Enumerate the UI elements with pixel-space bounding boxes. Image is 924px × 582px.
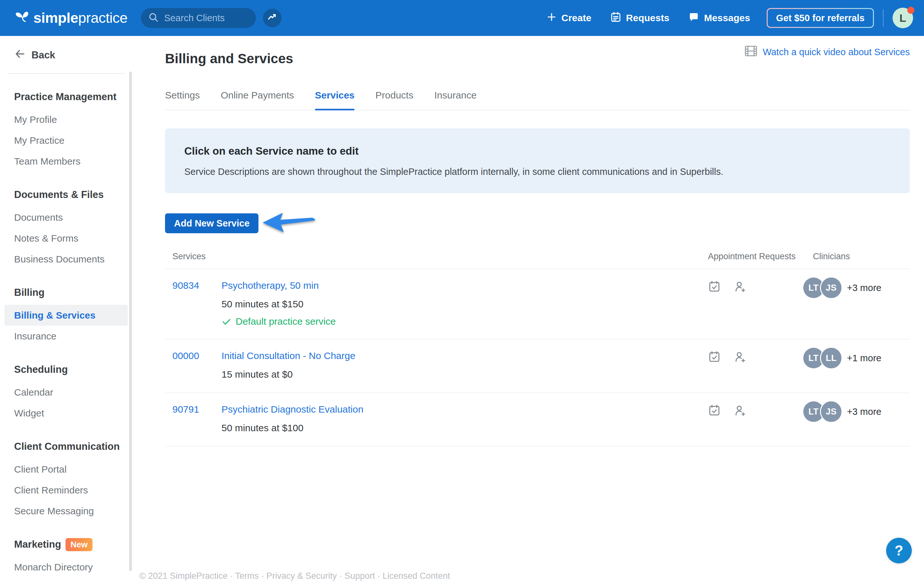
banner-body: Service Descriptions are shown throughou…: [184, 166, 891, 178]
service-name-link[interactable]: Psychotherapy, 50 min: [221, 280, 319, 291]
sidebar-item-professional-website[interactable]: Professional Website: [0, 577, 133, 582]
more-clinicians-label: +1 more: [847, 353, 881, 363]
sidebar-item-client-reminders[interactable]: Client Reminders: [0, 480, 133, 500]
help-button[interactable]: ?: [886, 538, 912, 563]
calendar-check-icon: [708, 280, 721, 294]
messages-button[interactable]: Messages: [686, 11, 752, 25]
chat-bubble-icon: [688, 11, 700, 25]
main-content: Watch a quick video about Services Billi…: [133, 36, 924, 582]
requests-clipboard-icon: [610, 11, 622, 25]
tab-insurance[interactable]: Insurance: [434, 90, 477, 110]
logo-text: simplepractice: [33, 10, 127, 26]
service-detail: 15 minutes at $0: [221, 366, 708, 383]
tab-settings[interactable]: Settings: [165, 90, 200, 110]
service-row-00000: 00000Initial Consultation - No Charge15 …: [165, 339, 910, 393]
tab-online-payments[interactable]: Online Payments: [221, 90, 294, 110]
requests-button[interactable]: Requests: [608, 11, 672, 25]
tab-bar: SettingsOnline PaymentsServicesProductsI…: [165, 90, 910, 110]
service-name-link[interactable]: Psychiatric Diagnostic Evaluation: [221, 404, 363, 414]
sidebar-section-practice-management: Practice ManagementMy ProfileMy Practice…: [0, 89, 133, 172]
messages-label: Messages: [704, 13, 750, 23]
sidebar-item-documents[interactable]: Documents: [0, 207, 133, 228]
requests-label: Requests: [626, 13, 670, 23]
create-label: Create: [561, 13, 591, 23]
butterfly-logo-icon: [15, 10, 30, 26]
service-row-90791: 90791Psychiatric Diagnostic Evaluation50…: [165, 393, 910, 447]
sidebar-item-client-portal[interactable]: Client Portal: [0, 459, 133, 480]
service-code-link[interactable]: 00000: [172, 350, 199, 361]
clinician-avatar-js: JS: [820, 400, 842, 423]
footer: © 2021 SimplePractice · Terms · Privacy …: [139, 571, 450, 581]
analytics-button[interactable]: [263, 9, 282, 27]
trending-icon: [267, 12, 278, 24]
calendar-check-icon: [708, 350, 721, 365]
search-box[interactable]: [141, 8, 256, 28]
annotation-arrow: [262, 211, 316, 235]
column-header-clinicians: Clinicians: [803, 252, 910, 261]
sidebar-item-notes-forms[interactable]: Notes & Forms: [0, 228, 133, 249]
back-label: Back: [31, 49, 55, 61]
service-row-90834: 90834Psychotherapy, 50 min50 minutes at …: [165, 269, 910, 339]
top-nav: simplepractice Create: [0, 0, 924, 36]
film-icon: [744, 45, 758, 59]
sidebar-section-scheduling: SchedulingCalendarWidget: [0, 361, 133, 424]
service-code-link[interactable]: 90834: [172, 280, 199, 291]
notification-dot: [907, 7, 914, 14]
more-clinicians-label: +3 more: [847, 283, 881, 293]
sidebar-item-my-profile[interactable]: My Profile: [0, 109, 133, 130]
calendar-check-icon: [708, 404, 721, 418]
clinician-avatar-ll: LL: [820, 347, 842, 369]
service-name-link[interactable]: Initial Consultation - No Charge: [221, 350, 355, 361]
footer-link-terms[interactable]: Terms: [235, 571, 259, 581]
footer-link-licensed-content[interactable]: Licensed Content: [383, 571, 450, 581]
service-code-link[interactable]: 90791: [172, 404, 199, 414]
footer-link-privacy-security[interactable]: Privacy & Security: [266, 571, 337, 581]
plus-icon: [546, 12, 557, 25]
new-badge: New: [66, 538, 92, 551]
app-screen: simplepractice Create: [0, 0, 924, 582]
tab-products[interactable]: Products: [375, 90, 413, 110]
person-plus-icon: [734, 280, 746, 294]
person-plus-icon: [734, 404, 746, 418]
sidebar-divider: [8, 73, 125, 74]
sidebar-item-monarch-directory[interactable]: Monarch Directory: [0, 557, 133, 577]
sidebar-section-header: Client Communication: [0, 438, 133, 455]
sidebar-sections: Practice ManagementMy ProfileMy Practice…: [0, 89, 133, 582]
sidebar-section-billing: BillingBilling & ServicesInsurance: [0, 284, 133, 347]
footer-link-support[interactable]: Support: [345, 571, 375, 581]
sidebar-section-header: Practice Management: [0, 89, 133, 105]
add-new-service-button[interactable]: Add New Service: [165, 213, 259, 233]
sidebar-item-business-documents[interactable]: Business Documents: [0, 249, 133, 270]
search-icon: [148, 12, 159, 24]
create-button[interactable]: Create: [544, 12, 593, 25]
logo[interactable]: simplepractice: [15, 10, 127, 26]
settings-sidebar: Back Practice ManagementMy ProfileMy Pra…: [0, 36, 133, 582]
user-avatar[interactable]: L: [893, 8, 913, 28]
more-clinicians-label: +3 more: [847, 406, 881, 417]
check-icon: [221, 317, 231, 326]
table-header: Services Appointment Requests Clinicians: [165, 235, 910, 269]
sidebar-item-my-practice[interactable]: My Practice: [0, 130, 133, 151]
services-table-body: 90834Psychotherapy, 50 min50 minutes at …: [165, 269, 910, 447]
search-input[interactable]: [163, 13, 249, 24]
back-button[interactable]: Back: [0, 47, 133, 64]
video-link[interactable]: Watch a quick video about Services: [744, 45, 910, 59]
sidebar-item-secure-messaging[interactable]: Secure Messaging: [0, 500, 133, 521]
referral-button[interactable]: Get $50 for referrals: [767, 8, 874, 28]
referral-label: Get $50 for referrals: [776, 13, 865, 23]
sidebar-item-billing-services[interactable]: Billing & Services: [5, 305, 128, 326]
clinician-avatar-js: JS: [820, 276, 842, 299]
sidebar-item-widget[interactable]: Widget: [0, 403, 133, 424]
footer-copyright: © 2021 SimplePractice: [139, 571, 228, 581]
tab-services[interactable]: Services: [315, 90, 355, 110]
actions-row: Add New Service: [165, 211, 910, 235]
sidebar-item-team-members[interactable]: Team Members: [0, 151, 133, 172]
person-plus-icon: [734, 350, 746, 365]
column-header-services: Services: [165, 252, 708, 261]
sidebar-item-calendar[interactable]: Calendar: [0, 382, 133, 403]
sidebar-section-header: Documents & Files: [0, 186, 133, 203]
sidebar-item-insurance[interactable]: Insurance: [0, 326, 133, 347]
sidebar-scrollbar[interactable]: [129, 72, 132, 571]
default-practice-service: Default practice service: [221, 314, 708, 329]
sidebar-section-header: Billing: [0, 284, 133, 301]
